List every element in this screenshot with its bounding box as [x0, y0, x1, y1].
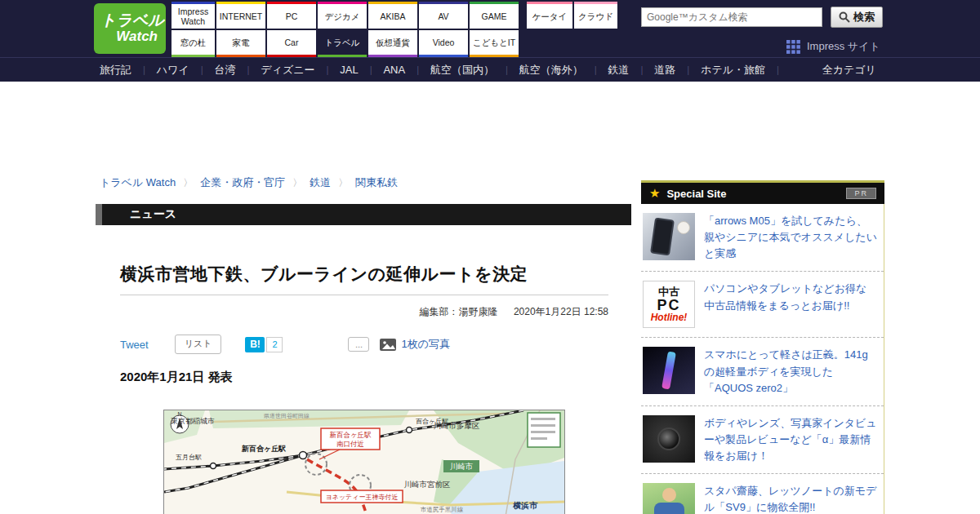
category-link-air-domestic[interactable]: 航空（国内）: [430, 63, 494, 78]
category-link-disney[interactable]: ディズニー: [261, 63, 314, 78]
hotline-logo-line3: Hotline!: [651, 312, 688, 323]
map-label-satsukidai: 五月台駅: [176, 454, 202, 461]
tab-travel-active[interactable]: トラベル: [318, 30, 367, 57]
category-link-rail[interactable]: 鉄道: [608, 63, 630, 78]
impress-site-link[interactable]: Impress サイト: [786, 39, 880, 54]
category-link-hotel[interactable]: ホテル・旅館: [701, 63, 765, 78]
more-share-button[interactable]: ...: [348, 337, 369, 352]
person-head-shape: [662, 488, 676, 502]
breadcrumb-category[interactable]: 企業・政府・官庁: [200, 175, 285, 190]
breadcrumb-separator: 〉: [183, 176, 193, 190]
list-item[interactable]: ボディやレンズ、写真家インタビューや製品レビューなど「α」最新情報をお届け！: [641, 406, 884, 474]
breadcrumb-home[interactable]: トラベル Watch: [100, 175, 176, 190]
category-separator: ｜: [502, 64, 511, 76]
tab-gap: [520, 2, 525, 29]
tab-digicame[interactable]: デジカメ: [318, 2, 367, 29]
arrows-m05-thumbnail: [643, 213, 695, 260]
tab-internet[interactable]: INTERNET: [216, 2, 265, 29]
list-item-text: パソコンやタブレットなどお得な中古品情報をまるっとお届け!!: [704, 281, 877, 328]
tab-kaden[interactable]: 家電: [216, 30, 265, 57]
cup-shape: [677, 221, 690, 234]
neon-streak-shape: [662, 352, 676, 390]
map-station-yurigaoka: [407, 428, 412, 433]
category-link-travelogue[interactable]: 旅行記: [100, 63, 131, 78]
category-separator: ｜: [198, 64, 207, 76]
pr-badge: PR: [846, 188, 876, 199]
map-label-shitte-kurokawa-road: 市道尻手黒川線: [421, 506, 464, 513]
tab-cloud[interactable]: クラウド: [574, 2, 617, 29]
map-station-shin-yurigaoka: [300, 452, 307, 459]
compass-north-label: N: [177, 411, 181, 417]
tweet-button[interactable]: Tweet: [120, 339, 149, 351]
special-site-title: Special Site: [666, 188, 840, 200]
news-section-label: ニュース: [130, 207, 176, 222]
map-label-kawasaki: 川崎市: [450, 462, 474, 471]
tab-impress-watch[interactable]: Impress Watch: [172, 2, 215, 29]
special-site-list: 「arrows M05」を試してみたら、親やシニアに本気でオススメしたいと実感 …: [641, 204, 884, 514]
byline-author: 編集部：湯野康隆: [420, 306, 498, 317]
category-link-air-international[interactable]: 航空（海外）: [519, 63, 583, 78]
tab-game[interactable]: GAME: [470, 2, 519, 29]
map-legend: [528, 413, 560, 447]
article-body: 横浜市営地下鉄、ブルーラインの延伸ルートを決定 編集部：湯野康隆 2020年1月…: [96, 263, 631, 514]
map-callout-yonetty-label: ヨネッティー王禅寺付近: [326, 494, 399, 501]
route-map-figure[interactable]: 新百合ヶ丘駅 南口付近 ヨネッティー王禅寺付近: [163, 410, 565, 514]
list-item-text: スマホにとって軽さは正義。141gの超軽量ボディを実現した「AQUOS zero…: [704, 347, 877, 396]
category-link-road[interactable]: 道路: [654, 63, 675, 78]
search-button[interactable]: 検索: [831, 7, 883, 28]
article-column: トラベル Watch 〉 企業・政府・官庁 〉 鉄道 〉 関東私鉄 ニュース 横…: [96, 175, 631, 514]
category-link-jal[interactable]: JAL: [340, 64, 358, 76]
announce-date-heading: 2020年1月21日 発表: [120, 370, 608, 385]
tab-video[interactable]: Video: [419, 30, 468, 57]
category-link-ana[interactable]: ANA: [383, 64, 405, 76]
hatena-bookmark-button[interactable]: B! 2: [245, 337, 283, 352]
tab-madonomori[interactable]: 窓の杜: [172, 30, 215, 57]
route-map-image: 新百合ヶ丘駅 南口付近 ヨネッティー王禅寺付近: [164, 410, 564, 514]
category-separator: ｜: [638, 64, 647, 76]
hatena-count: 2: [266, 337, 283, 352]
list-item[interactable]: スタパ齋藤、レッツノートの新モデル「SV9」に物欲全開!!: [641, 474, 884, 514]
tab-keitai[interactable]: ケータイ: [527, 2, 572, 29]
tab-pc[interactable]: PC: [267, 2, 316, 29]
list-item[interactable]: 「arrows M05」を試してみたら、親やシニアに本気でオススメしたいと実感: [641, 204, 884, 272]
all-categories-link[interactable]: 全カテゴリ: [822, 63, 876, 78]
magnifier-icon: [839, 11, 850, 23]
tab-row-1: Impress Watch INTERNET PC デジカメ AKIBA AV …: [172, 2, 617, 29]
tab-kodomo-it[interactable]: こどもとIT: [470, 30, 519, 57]
map-station-satsukidai: [211, 463, 216, 469]
tab-car[interactable]: Car: [267, 30, 316, 57]
list-item[interactable]: 中古 PC Hotline! パソコンやタブレットなどお得な中古品情報をまるっと…: [641, 272, 884, 338]
breadcrumb-rail[interactable]: 鉄道: [310, 175, 331, 190]
social-share-row: Tweet リスト B! 2 ... 1枚の写真: [120, 334, 608, 355]
tab-av[interactable]: AV: [419, 2, 468, 29]
breadcrumb-kanto-private-rail[interactable]: 関東私鉄: [355, 175, 398, 190]
photo-count-link[interactable]: 1枚の写真: [380, 337, 450, 352]
category-separator: ｜: [773, 64, 782, 76]
category-separator: ｜: [243, 64, 252, 76]
list-item[interactable]: スマホにとって軽さは正義。141gの超軽量ボディを実現した「AQUOS zero…: [641, 338, 884, 405]
special-site-header: ★ Special Site PR: [641, 180, 884, 204]
stapa-saito-thumbnail: [643, 483, 695, 514]
list-button[interactable]: リスト: [175, 335, 222, 354]
map-callout-south-exit-line2: 南口付近: [336, 440, 364, 448]
category-link-taiwan[interactable]: 台湾: [214, 63, 235, 78]
category-link-hawaii[interactable]: ハワイ: [157, 63, 189, 78]
tab-akiba[interactable]: AKIBA: [368, 2, 417, 29]
map-label-seya-machida-road: 県道世田谷町田線: [264, 413, 310, 419]
site-logo[interactable]: トラベル Watch: [94, 3, 166, 54]
photo-icon: [380, 339, 396, 351]
special-site-sidebar: ★ Special Site PR 「arrows M05」を試してみたら、親や…: [641, 180, 884, 514]
category-separator: ｜: [591, 64, 600, 76]
logo-line1: トラベル: [100, 12, 166, 29]
tab-row-2: 窓の杜 家電 Car トラベル 仮想通貨 Video こどもとIT: [172, 30, 617, 57]
category-separator: ｜: [323, 64, 332, 76]
category-separator: ｜: [413, 64, 422, 76]
breadcrumb-separator: 〉: [338, 176, 348, 190]
publish-datetime: 2020年1月22日 12:58: [514, 306, 608, 317]
tab-crypto[interactable]: 仮想通貨: [368, 30, 417, 57]
grid-icon: [786, 40, 800, 54]
logo-line2: Watch: [116, 29, 158, 45]
list-item-text: スタパ齋藤、レッツノートの新モデル「SV9」に物欲全開!!: [704, 483, 877, 514]
alpha-camera-thumbnail: [643, 415, 695, 463]
search-input[interactable]: [641, 7, 822, 27]
